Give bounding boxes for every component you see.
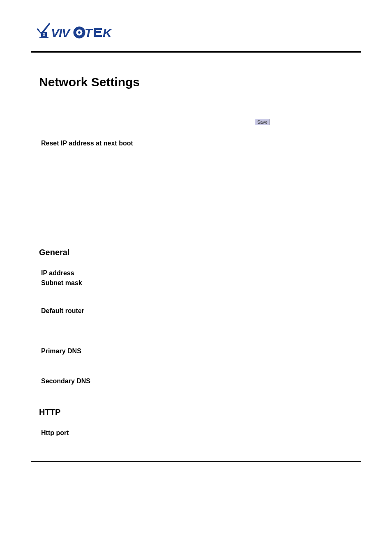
section-general: General IP address Subnet mask Default r…: [39, 248, 357, 385]
top-divider: [31, 51, 361, 53]
svg-rect-3: [39, 37, 48, 38]
svg-point-2: [44, 34, 45, 35]
svg-text:VIV: VIV: [51, 26, 71, 39]
svg-point-6: [78, 31, 81, 34]
secondary-dns-label: Secondary DNS: [41, 378, 357, 385]
brand-logo: VIV T K: [37, 21, 361, 45]
page-title: Network Settings: [39, 75, 357, 89]
default-router-label: Default router: [41, 307, 357, 315]
save-button[interactable]: Save: [255, 119, 270, 125]
subnet-mask-label: Subnet mask: [41, 279, 357, 287]
section-http: HTTP Http port: [39, 408, 357, 437]
svg-text:K: K: [103, 26, 113, 39]
general-heading: General: [39, 248, 357, 257]
primary-dns-label: Primary DNS: [41, 348, 357, 355]
svg-text:T: T: [85, 26, 93, 39]
bottom-divider: [31, 461, 361, 462]
http-port-label: Http port: [41, 429, 357, 437]
http-heading: HTTP: [39, 408, 357, 417]
reset-ip-label: Reset IP address at next boot: [41, 140, 357, 147]
ip-address-label: IP address: [41, 269, 357, 277]
